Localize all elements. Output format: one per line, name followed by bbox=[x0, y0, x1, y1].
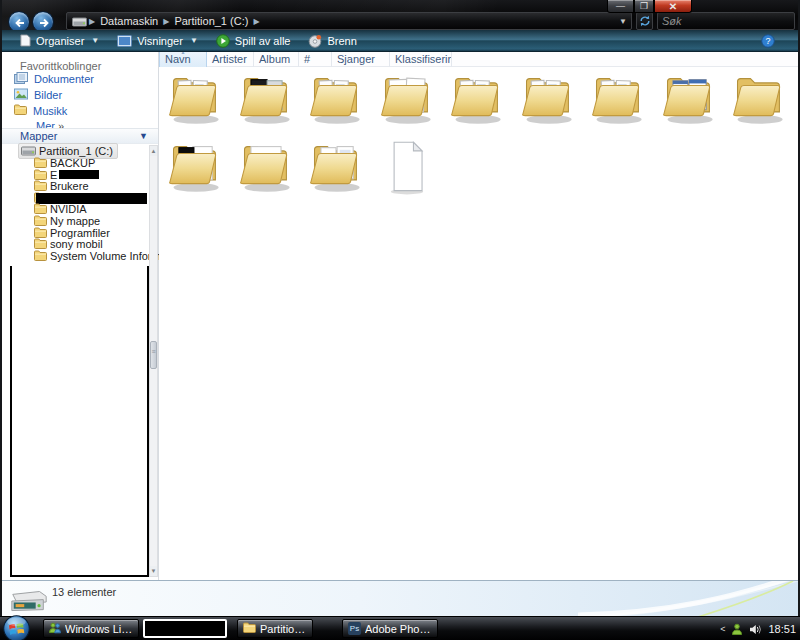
column-headers: NavnArtisterAlbum#SjangerKlassifisering bbox=[159, 52, 798, 67]
taskbar: Windows Live Mess...Partition_1 (C:)PsAd… bbox=[0, 616, 800, 640]
file-item-document[interactable] bbox=[378, 138, 436, 196]
column-header-album[interactable]: Album bbox=[254, 52, 299, 67]
favorite-item-dokumenter[interactable]: Dokumenter bbox=[14, 72, 94, 86]
brenn-button[interactable]: Brenn bbox=[299, 31, 365, 51]
favorite-item-bilder[interactable]: Bilder bbox=[14, 88, 62, 102]
tree-item-backup[interactable]: BACKUP bbox=[34, 157, 95, 169]
tree-item-label: BACKUP bbox=[50, 157, 95, 169]
search-box[interactable] bbox=[657, 12, 795, 30]
tree-item-label: NVIDIA bbox=[50, 203, 87, 215]
volume-icon[interactable] bbox=[749, 624, 762, 635]
close-button[interactable]: ✕ bbox=[654, 0, 692, 13]
messenger-icon bbox=[49, 622, 61, 636]
command-toolbar: Organiser ▼ Visninger ▼ Spill av alle bbox=[2, 30, 798, 52]
file-item-folder-pagedot[interactable] bbox=[237, 138, 295, 196]
organiser-button[interactable]: Organiser ▼ bbox=[10, 31, 108, 51]
help-button[interactable]: ? bbox=[752, 31, 784, 51]
file-item-folder-blackdoc[interactable] bbox=[166, 138, 224, 196]
play-all-icon bbox=[216, 34, 230, 48]
favorite-label: Musikk bbox=[33, 105, 67, 117]
column-header-artister[interactable]: Artister bbox=[207, 52, 254, 67]
tree-item-label: sony mobil bbox=[50, 238, 103, 250]
system-tray: < 18:51 bbox=[720, 617, 796, 640]
file-item-folder-empty[interactable] bbox=[730, 70, 788, 128]
visninger-dropdown-arrow: ▼ bbox=[190, 36, 198, 45]
taskbar-button-partition-1-c-[interactable]: Partition_1 (C:) bbox=[237, 619, 313, 638]
taskbar-button-label: Partition_1 (C:) bbox=[260, 623, 307, 635]
forward-button[interactable] bbox=[32, 11, 54, 30]
folders-chevron-icon[interactable]: ▼ bbox=[139, 131, 148, 141]
computer-icon bbox=[72, 15, 87, 27]
burn-disc-icon bbox=[308, 34, 322, 48]
file-item-folder-docs[interactable] bbox=[448, 70, 506, 128]
file-item-folder-photo[interactable] bbox=[237, 70, 295, 128]
maximize-button[interactable]: ❐ bbox=[634, 0, 654, 13]
tree-item-ny-mappe[interactable]: Ny mappe bbox=[34, 215, 100, 227]
minimize-button[interactable]: — bbox=[607, 0, 634, 13]
clock[interactable]: 18:51 bbox=[768, 623, 796, 635]
tree-item-nvidia[interactable]: NVIDIA bbox=[34, 203, 87, 215]
back-button[interactable] bbox=[8, 11, 30, 30]
folder-icon bbox=[34, 250, 47, 263]
brenn-label: Brenn bbox=[327, 35, 356, 47]
breadcrumb-separator: ▶ bbox=[161, 17, 171, 26]
column-header-navn[interactable]: Navn bbox=[159, 52, 207, 67]
favorite-item-musikk[interactable]: Musikk bbox=[14, 104, 67, 117]
search-input[interactable] bbox=[658, 15, 798, 27]
photoshop-icon: Ps bbox=[348, 622, 361, 635]
breadcrumb-item-datamaskin[interactable]: Datamaskin bbox=[97, 15, 161, 27]
file-item-folder-docs[interactable] bbox=[307, 70, 365, 128]
file-item-folder-docs[interactable] bbox=[589, 70, 647, 128]
titlebar: ▶ Datamaskin ▶ Partition_1 (C:) ▶ ▼ bbox=[2, 0, 798, 30]
tray-expand-chevron[interactable]: < bbox=[720, 624, 725, 634]
taskbar-button-windows-live-mess-[interactable]: Windows Live Mess... bbox=[43, 619, 139, 638]
file-item-folder-letters[interactable] bbox=[307, 138, 365, 196]
tree-scrollbar[interactable]: ▲ ▼ bbox=[149, 145, 158, 577]
pictures-icon bbox=[14, 88, 28, 102]
forward-arrow-icon bbox=[36, 15, 52, 30]
file-icons-area bbox=[159, 67, 798, 580]
column-header-num[interactable]: # bbox=[299, 52, 332, 67]
file-item-folder-docs[interactable] bbox=[166, 70, 224, 128]
breadcrumb-separator: ▶ bbox=[251, 17, 261, 26]
taskbar-button-redacted[interactable] bbox=[143, 619, 227, 638]
file-list-pane: NavnArtisterAlbum#SjangerKlassifisering bbox=[159, 52, 798, 580]
folders-header-label: Mapper bbox=[20, 130, 57, 142]
file-item-folder-docs[interactable] bbox=[519, 70, 577, 128]
organiser-label: Organiser bbox=[36, 35, 84, 47]
folders-header-bar[interactable]: Mapper ▼ bbox=[2, 128, 158, 144]
explorer-window: ▶ Datamaskin ▶ Partition_1 (C:) ▶ ▼ bbox=[0, 0, 800, 616]
scroll-thumb[interactable] bbox=[150, 341, 157, 369]
spill-av-alle-button[interactable]: Spill av alle bbox=[207, 31, 300, 51]
column-header-sjanger[interactable]: Sjanger bbox=[332, 52, 390, 67]
visninger-button[interactable]: Visninger ▼ bbox=[108, 31, 207, 51]
address-dropdown-arrow[interactable]: ▼ bbox=[619, 17, 627, 26]
tree-item-label: Brukere bbox=[50, 180, 89, 192]
file-item-folder-apps[interactable] bbox=[660, 70, 718, 128]
windows-start-icon bbox=[3, 615, 30, 640]
redaction-bar bbox=[59, 170, 99, 179]
redaction-box bbox=[10, 266, 149, 577]
organiser-dropdown-arrow: ▼ bbox=[91, 36, 99, 45]
taskbar-button-adobe-photoshop-c-[interactable]: PsAdobe Photoshop C... bbox=[342, 619, 438, 638]
svg-text:?: ? bbox=[765, 36, 770, 46]
organize-icon bbox=[19, 34, 31, 47]
scroll-down-button[interactable]: ▼ bbox=[150, 566, 157, 576]
messenger-tray-icon[interactable] bbox=[731, 623, 743, 636]
refresh-button[interactable] bbox=[636, 12, 653, 30]
tree-item-brukere[interactable]: Brukere bbox=[34, 180, 89, 192]
column-header-klassifisering[interactable]: Klassifisering bbox=[390, 52, 452, 67]
start-button[interactable] bbox=[3, 615, 30, 640]
breadcrumb[interactable]: ▶ Datamaskin ▶ Partition_1 (C:) ▶ ▼ bbox=[66, 12, 632, 30]
breadcrumb-item-partition[interactable]: Partition_1 (C:) bbox=[171, 15, 251, 27]
file-item-folder-pages[interactable] bbox=[378, 70, 436, 128]
folder-icon bbox=[243, 622, 256, 635]
tree-item-partition-1-c-[interactable]: Partition_1 (C:) bbox=[18, 145, 118, 157]
tree-item-sony-mobil[interactable]: sony mobil bbox=[34, 238, 103, 250]
details-pane: 13 elementer bbox=[2, 580, 798, 616]
scroll-up-button[interactable]: ▲ bbox=[150, 146, 157, 156]
breadcrumb-separator: ▶ bbox=[87, 17, 97, 26]
status-item-count: 13 elementer bbox=[52, 586, 116, 598]
drive-icon bbox=[8, 589, 50, 616]
photoshop-icon: Ps bbox=[348, 622, 361, 635]
